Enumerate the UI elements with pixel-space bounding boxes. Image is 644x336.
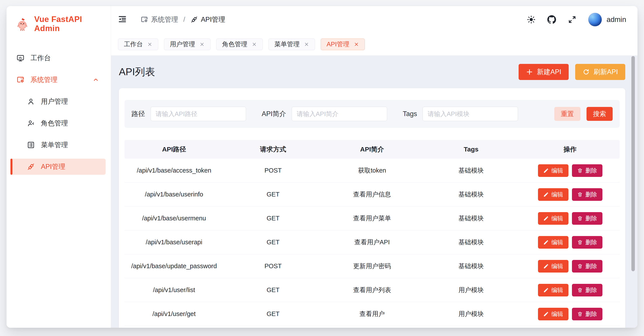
close-icon[interactable] [304,42,309,47]
path-filter-input[interactable] [151,107,246,121]
user-role-icon [27,119,35,127]
column-tags: Tags [422,146,520,153]
menu-list-icon [27,141,35,149]
cell-path: /api/v1/base/userapi [124,239,224,246]
delete-button[interactable]: 删除 [572,188,602,201]
table-row: /api/v1/user/list GET 查看用户列表 用户模块 编辑 删除 [124,278,620,302]
edit-label: 编辑 [552,262,563,270]
cell-method: GET [224,310,323,318]
delete-button[interactable]: 删除 [572,212,602,225]
cell-summary: 查看用户 [323,310,422,318]
delete-label: 删除 [586,191,597,198]
edit-label: 编辑 [552,214,563,222]
tab-users[interactable]: 用户管理 [164,38,210,50]
delete-button[interactable]: 删除 [572,236,602,249]
github-icon[interactable] [547,15,556,24]
trash-icon [577,263,583,269]
edit-button[interactable]: 编辑 [538,164,568,177]
cell-method: GET [224,286,323,294]
tab-workbench[interactable]: 工作台 [118,38,158,50]
delete-label: 删除 [586,262,597,270]
table-row: /api/v1/user/get GET 查看用户 用户模块 编辑 删除 [124,302,620,326]
tab-roles[interactable]: 角色管理 [216,38,263,50]
tags-filter-input[interactable] [422,107,518,121]
theme-sun-icon[interactable] [527,15,536,24]
sidebar-collapse-icon[interactable] [118,15,127,24]
sidebar-item-users[interactable]: 用户管理 [10,93,106,110]
new-api-button[interactable]: 新建API [518,64,569,80]
topbar: 系统管理 / API管理 [111,6,638,33]
table-header: API路径 请求方式 API简介 Tags 操作 [124,140,620,159]
refresh-icon [582,68,590,75]
avatar [588,13,602,26]
cell-summary: 更新用户密码 [323,262,422,271]
close-icon[interactable] [252,42,257,47]
edit-button[interactable]: 编辑 [538,308,568,320]
system-window-icon [16,76,24,84]
delete-button[interactable]: 删除 [572,260,602,273]
sidebar-item-label: 系统管理 [30,75,58,84]
pencil-icon [543,311,549,317]
tab-api[interactable]: API管理 [321,38,365,50]
sidebar: Vue FastAPI Admin 工作台 [6,6,111,328]
delete-button[interactable]: 删除 [572,164,602,177]
breadcrumb-api[interactable]: API管理 [190,15,225,24]
page-title: API列表 [119,65,155,79]
search-button[interactable]: 搜索 [586,107,613,121]
edit-button[interactable]: 编辑 [538,212,568,225]
pencil-icon [543,168,549,173]
cell-tags: 用户模块 [422,286,520,295]
sidebar-item-workbench[interactable]: 工作台 [10,50,106,66]
summary-filter-input[interactable] [292,107,387,121]
table-row: /api/v1/base/usermenu GET 查看用户菜单 基础模块 编辑 [124,206,620,230]
cell-method: GET [224,191,323,198]
cell-summary: 获取token [323,166,422,175]
app-logo[interactable]: Vue FastAPI Admin [6,6,111,36]
delete-label: 删除 [586,238,597,246]
edit-button[interactable]: 编辑 [538,260,568,273]
edit-button[interactable]: 编辑 [538,188,568,201]
delete-button[interactable]: 删除 [572,284,602,297]
edit-button[interactable]: 编辑 [538,236,568,249]
table-row: /api/v1/base/update_password POST 更新用户密码… [124,254,620,278]
sidebar-item-label: 角色管理 [41,119,68,128]
sidebar-item-system[interactable]: 系统管理 [10,72,106,88]
sidebar-menu: 工作台 系统管理 [6,44,111,180]
close-icon[interactable] [354,42,359,47]
sidebar-item-roles[interactable]: 角色管理 [10,115,106,131]
summary-filter-label: API简介 [262,109,286,118]
sidebar-item-api[interactable]: API管理 [10,159,106,175]
close-icon[interactable] [200,42,205,47]
close-icon[interactable] [147,42,152,47]
cell-path: /api/v1/user/list [124,286,224,294]
pencil-icon [543,287,549,293]
sidebar-item-label: API管理 [41,162,65,171]
delete-button[interactable]: 删除 [572,308,602,320]
column-summary: API简介 [323,145,422,154]
cell-method: GET [224,215,323,222]
cell-method: POST [224,263,323,270]
trash-icon [577,287,583,293]
breadcrumb: 系统管理 / API管理 [141,15,225,24]
refresh-api-button[interactable]: 刷新API [575,64,625,80]
user-menu[interactable]: admin [588,13,626,26]
fullscreen-icon[interactable] [568,15,576,24]
table-row: /api/v1/base/userinfo GET 查看用户信息 基础模块 编辑 [124,182,620,206]
sidebar-item-menus[interactable]: 菜单管理 [10,137,106,153]
delete-label: 删除 [586,214,597,222]
vertical-scrollbar[interactable] [631,56,635,271]
cell-summary: 查看用户API [323,238,422,247]
tab-menus[interactable]: 菜单管理 [268,38,315,50]
edit-label: 编辑 [552,238,563,246]
edit-label: 编辑 [552,286,563,294]
edit-button[interactable]: 编辑 [538,284,568,297]
cell-summary: 查看用户菜单 [323,214,422,223]
breadcrumb-system[interactable]: 系统管理 [141,15,178,24]
user-icon [27,98,35,105]
tab-label: 角色管理 [222,40,247,49]
path-filter-label: 路径 [132,109,145,118]
reset-button[interactable]: 重置 [554,107,580,121]
username: admin [606,15,626,24]
tab-label: API管理 [326,40,350,49]
cell-tags: 用户模块 [422,310,520,318]
